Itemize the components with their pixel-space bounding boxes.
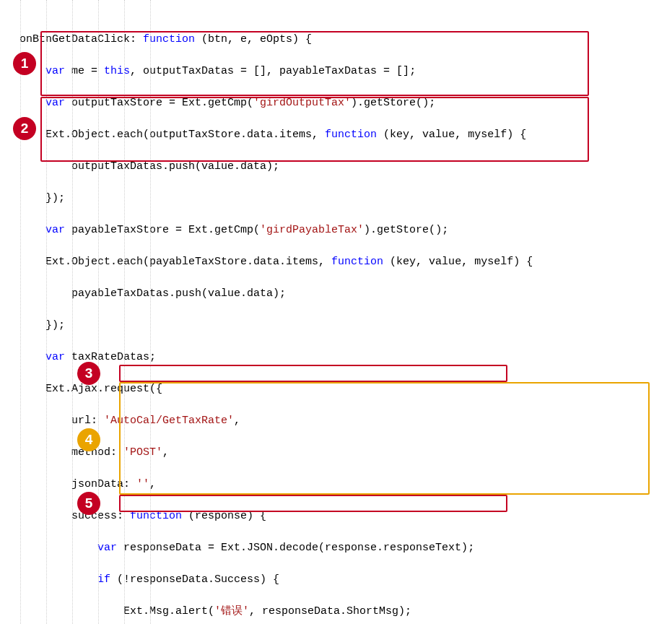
code-line: Ext.Object.each(outputTaxStore.data.item… (0, 127, 672, 143)
code-line: var outputTaxStore = Ext.getCmp('girdOut… (0, 95, 672, 111)
code-line: outputTaxDatas.push(value.data); (0, 159, 672, 175)
code-line: var payableTaxStore = Ext.getCmp('girdPa… (0, 222, 672, 238)
code-line: url: 'AutoCal/GetTaxRate', (0, 413, 672, 429)
code-line: payableTaxDatas.push(value.data); (0, 286, 672, 302)
code-line: jsonData: '', (0, 477, 672, 493)
code-line: onBtnGetDataClick: function (btn, e, eOp… (0, 32, 672, 48)
code-line: }); (0, 191, 672, 207)
code-line: }); (0, 318, 672, 334)
code-line: var me = this, outputTaxDatas = [], paya… (0, 64, 672, 79)
code-line: success: function (response) { (0, 508, 672, 524)
code-line: Ext.Ajax.request({ (0, 381, 672, 397)
code-line: method: 'POST', (0, 445, 672, 461)
code-line: Ext.Msg.alert('错误', responseData.ShortMs… (0, 604, 672, 620)
code-line: Ext.Object.each(payableTaxStore.data.ite… (0, 254, 672, 270)
code-line: if (!responseData.Success) { (0, 572, 672, 588)
code-line: var responseData = Ext.JSON.decode(respo… (0, 540, 672, 556)
code-block: onBtnGetDataClick: function (btn, e, eOp… (0, 0, 672, 624)
code-line: var taxRateDatas; (0, 350, 672, 365)
annotation-box-3 (119, 365, 507, 382)
